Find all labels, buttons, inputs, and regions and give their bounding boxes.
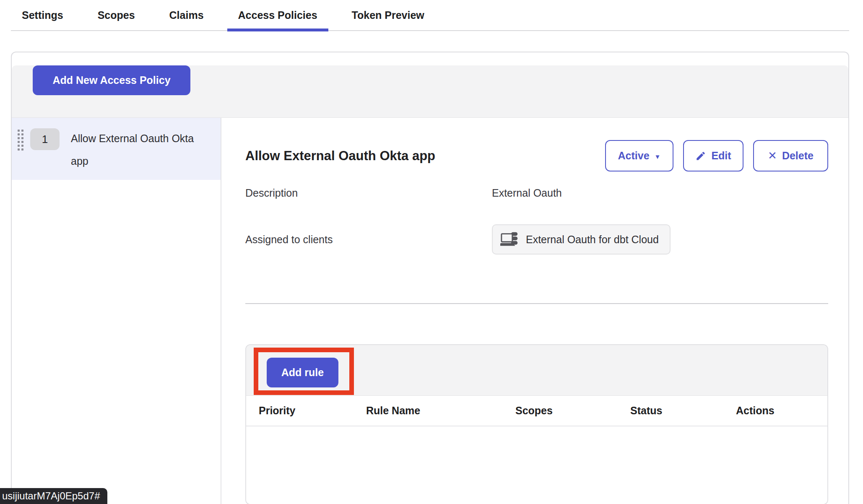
policy-title: Allow External Oauth Okta app bbox=[245, 148, 605, 164]
link-preview-tooltip: usijiutarM7Aj0Ep5d7# bbox=[0, 488, 107, 504]
drag-handle-icon[interactable] bbox=[18, 130, 23, 151]
x-icon: ✕ bbox=[768, 149, 777, 162]
policy-priority-badge: 1 bbox=[30, 128, 60, 150]
rules-table-header: Priority Rule Name Scopes Status Actions bbox=[246, 396, 827, 426]
access-policies-panel: Add New Access Policy 1 Allow External O… bbox=[11, 52, 849, 504]
edit-label: Edit bbox=[711, 150, 731, 162]
column-scopes: Scopes bbox=[503, 405, 618, 417]
caret-down-icon: ▼ bbox=[655, 153, 661, 160]
policy-status-dropdown[interactable]: Active ▼ bbox=[605, 140, 673, 171]
policy-status-label: Active bbox=[618, 150, 650, 162]
rules-toolbar: Add rule bbox=[246, 345, 827, 396]
tab-access-policies[interactable]: Access Policies bbox=[227, 0, 328, 31]
add-rule-button[interactable]: Add rule bbox=[267, 358, 338, 387]
policy-list: 1 Allow External Oauth Okta app bbox=[12, 118, 221, 504]
delete-label: Delete bbox=[782, 150, 814, 162]
assigned-client-name: External Oauth for dbt Cloud bbox=[526, 234, 659, 246]
add-new-access-policy-button[interactable]: Add New Access Policy bbox=[33, 65, 190, 95]
column-rule-name: Rule Name bbox=[354, 405, 503, 417]
panel-body: 1 Allow External Oauth Okta app Allow Ex… bbox=[12, 118, 848, 504]
tab-claims[interactable]: Claims bbox=[159, 0, 215, 31]
policy-detail: Allow External Oauth Okta app Active ▼ E… bbox=[221, 118, 848, 504]
panel-header: Add New Access Policy bbox=[12, 65, 848, 118]
policy-list-item-label: Allow External Oauth Okta app bbox=[71, 127, 197, 172]
column-priority: Priority bbox=[246, 405, 354, 417]
policy-detail-header: Allow External Oauth Okta app Active ▼ E… bbox=[245, 140, 828, 171]
policy-list-item[interactable]: 1 Allow External Oauth Okta app bbox=[12, 118, 221, 180]
description-row: Description External Oauth bbox=[245, 187, 828, 199]
section-divider bbox=[245, 303, 828, 304]
assigned-client-chip[interactable]: External Oauth for dbt Cloud bbox=[492, 224, 671, 255]
description-label: Description bbox=[245, 187, 492, 199]
tab-scopes[interactable]: Scopes bbox=[87, 0, 146, 31]
tab-token-preview[interactable]: Token Preview bbox=[341, 0, 435, 31]
assigned-clients-label: Assigned to clients bbox=[245, 234, 492, 246]
rules-card: Add rule Priority Rule Name Scopes Statu… bbox=[245, 344, 828, 504]
edit-policy-button[interactable]: Edit bbox=[683, 140, 743, 171]
authorization-server-tabbar: Settings Scopes Claims Access Policies T… bbox=[11, 0, 849, 31]
description-value: External Oauth bbox=[492, 187, 562, 199]
column-actions: Actions bbox=[723, 405, 827, 417]
client-app-icon bbox=[500, 231, 520, 248]
column-status: Status bbox=[618, 405, 723, 417]
policy-action-buttons: Active ▼ Edit ✕ Delete bbox=[605, 140, 828, 171]
tab-settings[interactable]: Settings bbox=[11, 0, 74, 31]
delete-policy-button[interactable]: ✕ Delete bbox=[753, 140, 828, 171]
assigned-clients-row: Assigned to clients Ex bbox=[245, 224, 828, 255]
rules-table-empty-body bbox=[246, 426, 827, 504]
pencil-icon bbox=[695, 151, 706, 161]
